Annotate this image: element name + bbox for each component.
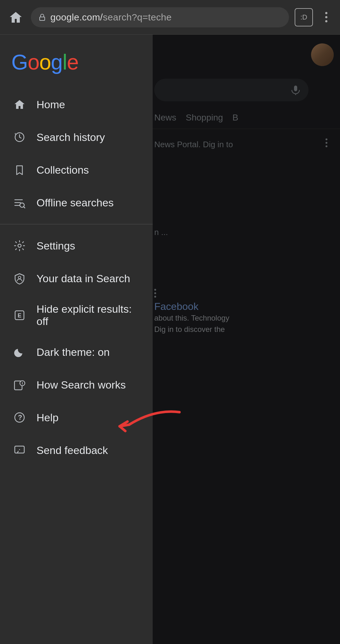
bookmark-icon <box>11 162 28 178</box>
svg-point-21 <box>19 449 20 450</box>
home-label: Home <box>37 98 65 111</box>
home-icon <box>11 96 28 113</box>
menu-section-1: Home Search history <box>0 86 153 221</box>
menu-section-2: Settings Your data in Search E <box>0 227 153 469</box>
logo-e: e <box>67 50 79 74</box>
sidebar-item-your-data[interactable]: Your data in Search <box>0 262 153 295</box>
url-bar[interactable]: google.com/search?q=teche <box>31 7 289 27</box>
dot <box>325 12 327 14</box>
dot <box>325 20 327 22</box>
sidebar-item-settings[interactable]: Settings <box>0 229 153 262</box>
search-history-label: Search history <box>37 131 105 143</box>
search-info-icon <box>11 377 28 393</box>
settings-label: Settings <box>37 240 75 252</box>
url-text: google.com/search?q=teche <box>50 12 172 23</box>
collections-label: Collections <box>37 164 89 176</box>
explicit-icon: E <box>11 307 28 323</box>
sidebar-item-hide-explicit[interactable]: E Hide explicit results: off <box>0 295 153 336</box>
sidebar-item-send-feedback[interactable]: Send feedback <box>0 434 153 467</box>
svg-point-17 <box>22 382 23 383</box>
svg-point-10 <box>18 276 21 279</box>
svg-rect-0 <box>40 17 45 20</box>
svg-text:?: ? <box>18 413 22 421</box>
sidebar-item-help[interactable]: ? Help <box>0 401 153 434</box>
more-options-button[interactable] <box>319 12 334 22</box>
sidebar-item-dark-theme[interactable]: Dark theme: on <box>0 336 153 368</box>
lock-icon <box>38 13 47 22</box>
sidebar-item-home[interactable]: Home <box>0 88 153 121</box>
sidebar-drawer: Google Home <box>0 35 153 644</box>
logo-o2: o <box>39 50 51 74</box>
svg-line-8 <box>24 207 25 208</box>
overlay-dim[interactable] <box>150 35 340 644</box>
dark-theme-label: Dark theme: on <box>37 346 110 358</box>
google-logo: Google <box>0 35 153 86</box>
sidebar-item-how-search-works[interactable]: How Search works <box>0 368 153 401</box>
main-content: News Shopping B News Portal. Dig in to n… <box>0 35 340 644</box>
tab-switcher-button[interactable]: :D <box>295 8 313 26</box>
dot <box>325 16 327 18</box>
sidebar-item-collections[interactable]: Collections <box>0 154 153 186</box>
svg-text:E: E <box>18 312 21 319</box>
hide-explicit-label: Hide explicit results: off <box>37 303 141 328</box>
logo-o1: o <box>28 50 39 74</box>
browser-bar: google.com/search?q=teche :D <box>0 0 340 35</box>
moon-icon <box>11 344 28 360</box>
browser-home-button[interactable] <box>6 8 25 27</box>
logo-g: G <box>11 50 28 74</box>
offline-search-icon <box>11 194 28 211</box>
svg-point-9 <box>18 244 21 247</box>
send-feedback-label: Send feedback <box>37 444 108 456</box>
feedback-icon <box>11 442 28 458</box>
history-icon <box>11 129 28 145</box>
how-search-works-label: How Search works <box>37 379 126 391</box>
shield-person-icon <box>11 270 28 287</box>
sidebar-item-offline-searches[interactable]: Offline searches <box>0 186 153 219</box>
logo-g2: g <box>51 50 63 74</box>
logo-text: Google <box>11 50 78 74</box>
logo-l: l <box>62 50 67 74</box>
help-icon: ? <box>11 409 28 426</box>
gear-icon <box>11 238 28 254</box>
sidebar-item-search-history[interactable]: Search history <box>0 121 153 154</box>
offline-searches-label: Offline searches <box>37 197 114 209</box>
your-data-label: Your data in Search <box>37 272 130 285</box>
menu-divider-1 <box>0 224 153 224</box>
help-label: Help <box>37 412 59 424</box>
